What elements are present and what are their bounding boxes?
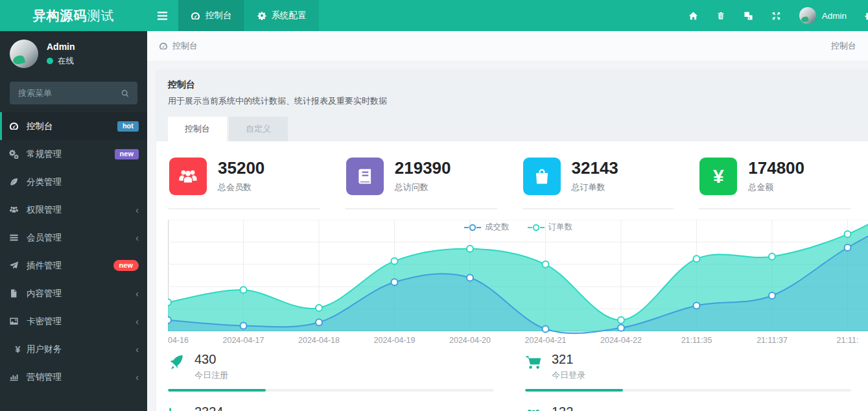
- user-menu[interactable]: Admin: [790, 7, 856, 24]
- sidebar-item-content[interactable]: 内容管理 ‹: [0, 279, 147, 307]
- legend-marker-icon: [528, 224, 545, 231]
- gear-icon: [865, 11, 868, 21]
- stat-value: 32143: [572, 159, 618, 177]
- progress-bar: [168, 389, 494, 392]
- user-avatar[interactable]: [10, 40, 38, 68]
- app-logo: 异构源码测试: [0, 0, 147, 31]
- legend-label: 订单数: [548, 222, 573, 233]
- yen-icon: ¥: [699, 158, 737, 195]
- svg-text:21:11:: 21:11:: [837, 336, 859, 345]
- sidebar-item-finance[interactable]: ¥ 用户财务 ‹: [0, 335, 147, 363]
- header-actions: Admin: [679, 0, 868, 31]
- sidebar-item-members[interactable]: 会员管理 ‹: [0, 224, 147, 252]
- sidebar-item-marketing[interactable]: 营销管理 ‹: [0, 363, 147, 391]
- tab-console[interactable]: 控制台: [168, 117, 227, 141]
- legend-item-deals[interactable]: 成交数: [464, 222, 510, 233]
- sidebar-item-label: 内容管理: [27, 288, 62, 299]
- svg-text:2024-04-22: 2024-04-22: [600, 336, 642, 345]
- chevron-left-icon: ‹: [135, 344, 139, 354]
- sidebar-item-general[interactable]: 常规管理 new: [0, 140, 147, 168]
- user-name: Admin: [822, 11, 847, 21]
- stat-label: 总金额: [748, 182, 804, 193]
- bar-chart-icon: [9, 372, 27, 382]
- sidebar-item-label: 插件管理: [27, 260, 62, 272]
- stat-label: 总订单数: [572, 182, 618, 193]
- top-header: 异构源码测试 控制台 系统配置: [0, 0, 868, 31]
- stat-value: 174800: [748, 159, 804, 177]
- sidebar-search: [10, 82, 137, 104]
- users-icon: [169, 158, 207, 195]
- legend-item-orders[interactable]: 订单数: [528, 222, 573, 233]
- stat-value: 219390: [395, 159, 451, 177]
- hot-badge: hot: [117, 121, 139, 132]
- stat-label: 总会员数: [218, 182, 264, 193]
- today-value: 132: [552, 405, 594, 411]
- today-label: 今日登录: [552, 370, 585, 381]
- online-status-dot: [47, 58, 53, 64]
- sidebar-item-label: 用户财务: [27, 344, 62, 355]
- sidebar-menu: 控制台 hot 常规管理 new 分类管理 权限管理 ‹ 会员管理 ‹: [0, 112, 147, 391]
- sidebar-item-plugins[interactable]: 插件管理 new: [0, 252, 147, 279]
- topnav-tab-console[interactable]: 控制台: [178, 0, 244, 31]
- stat-cards: 35200 总会员数 219390 总访问数: [168, 156, 868, 209]
- language-button[interactable]: [734, 0, 762, 31]
- today-label: 今日注册: [194, 370, 228, 381]
- breadcrumb-current[interactable]: 控制台: [172, 40, 198, 52]
- panel-tabs: 控制台 自定义: [168, 117, 856, 141]
- panel-header: 控制台 用于展示当前系统中的统计数据、统计报表及重要实时数据 控制台 自定义: [156, 70, 868, 141]
- status-label: 在线: [58, 56, 74, 67]
- stat-card-members: 35200 总会员数: [168, 156, 321, 209]
- tab-custom[interactable]: 自定义: [229, 117, 288, 141]
- sidebar-item-cardkeys[interactable]: 卡密管理 ‹: [0, 307, 147, 335]
- settings-button[interactable]: [856, 0, 868, 31]
- image-icon: [9, 316, 27, 326]
- area-chart[interactable]: 成交数 订单数 04-162024-04-172024-04-182024-04…: [168, 220, 868, 347]
- main-area: 控制台 控制台 控制台 用于展示当前系统中的统计数据、统计报表及重要实时数据 控…: [147, 31, 868, 411]
- hamburger-icon: [158, 12, 167, 20]
- sidebar-item-label: 常规管理: [27, 148, 62, 160]
- chart-canvas[interactable]: 04-162024-04-172024-04-182024-04-192024-…: [168, 220, 868, 347]
- topnav-tab-label: 系统配置: [272, 10, 307, 21]
- cart-icon: [525, 354, 542, 371]
- sidebar-item-permissions[interactable]: 权限管理 ‹: [0, 196, 147, 224]
- today-registrations: 430 今日注册: [168, 352, 494, 392]
- trash-icon: [716, 11, 725, 21]
- clear-cache-button[interactable]: [707, 0, 734, 31]
- sidebar: Admin 在线 控制台 hot 常规管: [0, 31, 147, 411]
- shopping-bag-icon: [523, 158, 561, 195]
- logo-text-light: 测试: [88, 7, 115, 25]
- sidebar-toggle-button[interactable]: [147, 0, 178, 31]
- sidebar-item-dashboard[interactable]: 控制台 hot: [0, 112, 147, 140]
- tachometer-icon: [9, 121, 27, 131]
- svg-text:2024-04-17: 2024-04-17: [223, 336, 264, 345]
- sidebar-item-label: 卡密管理: [27, 316, 62, 327]
- trend-icon: [168, 406, 185, 411]
- svg-text:04-16: 04-16: [168, 336, 189, 345]
- pending-orders: 132 待处理订单: [525, 405, 851, 411]
- sidebar-item-label: 权限管理: [27, 204, 62, 216]
- chevron-left-icon: ‹: [135, 372, 139, 382]
- search-input[interactable]: [10, 88, 113, 98]
- legend-marker-icon: [464, 224, 481, 231]
- send-icon: [9, 261, 27, 270]
- today-orders: 2324 今日订单: [168, 405, 494, 411]
- today-logins: 321 今日登录: [525, 352, 851, 392]
- sidebar-item-category[interactable]: 分类管理: [0, 168, 147, 196]
- fullscreen-button[interactable]: [762, 0, 790, 31]
- chevron-left-icon: ‹: [135, 205, 139, 215]
- sidebar-item-label: 营销管理: [27, 371, 62, 383]
- topnav-tab-system-config[interactable]: 系统配置: [245, 0, 319, 31]
- leaf-icon: [9, 177, 27, 187]
- list-icon: [9, 233, 27, 242]
- chevron-left-icon: ‹: [135, 288, 139, 298]
- progress-bar: [525, 389, 851, 392]
- gear-icon: [257, 11, 266, 20]
- legend-label: 成交数: [485, 222, 510, 233]
- home-button[interactable]: [679, 0, 707, 31]
- sidebar-item-label: 控制台: [27, 121, 53, 132]
- svg-text:2024-04-18: 2024-04-18: [298, 336, 340, 345]
- search-button[interactable]: [113, 89, 137, 98]
- breadcrumb-right[interactable]: 控制台: [831, 40, 856, 52]
- users-icon: [525, 406, 542, 411]
- home-icon: [688, 11, 698, 21]
